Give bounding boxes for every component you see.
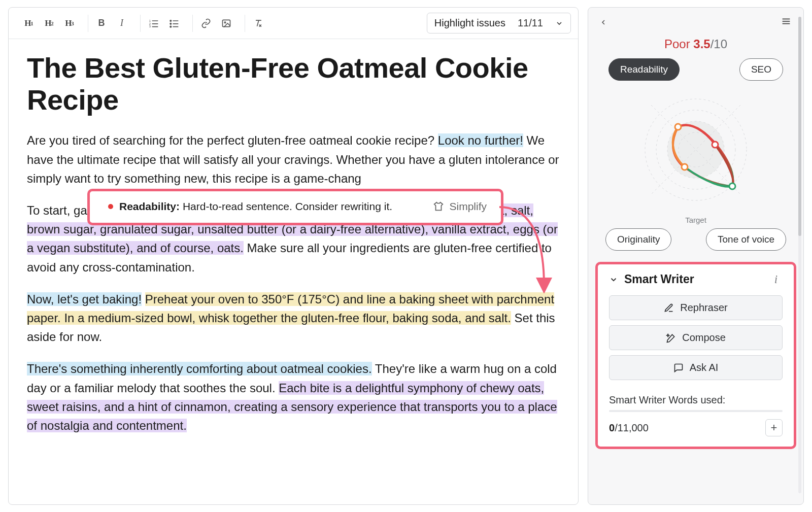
readability-score: Poor 3.5/10	[588, 36, 803, 58]
chip-seo[interactable]: SEO	[739, 58, 783, 81]
svg-point-8	[170, 23, 172, 24]
sidebar-panel: Poor 3.5/10 Readability SEO	[588, 7, 804, 505]
usage-count: 0/11,000	[609, 422, 649, 434]
unordered-list-button[interactable]	[165, 15, 183, 32]
edit-icon	[664, 303, 674, 313]
chevron-down-icon[interactable]	[609, 275, 618, 284]
sidebar-menu-button[interactable]	[778, 15, 794, 31]
editor-pane: H1 H2 H3 B I 123	[8, 7, 579, 505]
svg-point-23	[675, 124, 681, 130]
smart-usage-label: Smart Writer Words used:	[609, 394, 783, 406]
paragraph-1[interactable]: Are you tired of searching for the perfe…	[27, 131, 560, 188]
rephraser-button[interactable]: Rephraser	[609, 295, 783, 320]
paragraph-3[interactable]: Now, let's get baking! Preheat your oven…	[27, 290, 560, 347]
highlight-issues-count: 11/11	[518, 17, 543, 29]
heading-2-button[interactable]: H2	[40, 15, 58, 32]
info-icon[interactable]: i	[769, 273, 783, 286]
add-words-button[interactable]: +	[765, 419, 783, 436]
sidebar-scrollbar[interactable]	[798, 17, 801, 493]
image-button[interactable]	[217, 15, 235, 32]
svg-point-26	[682, 164, 688, 170]
radar-chart	[588, 81, 803, 219]
highlight-blue[interactable]: Look no further!	[438, 133, 523, 147]
compose-button[interactable]: Compose	[609, 325, 783, 350]
svg-point-25	[729, 183, 735, 189]
usage-bar	[609, 410, 783, 412]
chip-tone-of-voice[interactable]: Tone of voice	[706, 228, 786, 251]
callout-label: Readability:	[119, 200, 180, 212]
chip-originality[interactable]: Originality	[605, 228, 671, 251]
svg-point-10	[170, 26, 172, 27]
chip-readability[interactable]: Readability	[608, 58, 680, 81]
editor-toolbar: H1 H2 H3 B I 123	[9, 8, 578, 39]
heading-1-button[interactable]: H1	[20, 15, 38, 32]
sidebar-back-button[interactable]	[595, 15, 612, 31]
bold-button[interactable]: B	[92, 15, 111, 32]
chat-icon	[673, 363, 684, 373]
tshirt-icon	[433, 201, 444, 212]
svg-point-24	[712, 142, 718, 148]
italic-button[interactable]: I	[113, 15, 131, 32]
smart-writer-panel: Smart Writer i Rephraser Compose Ask AI	[595, 262, 796, 449]
ask-ai-button[interactable]: Ask AI	[609, 355, 783, 380]
svg-rect-12	[223, 20, 230, 26]
highlight-issues-dropdown[interactable]: Highlight issues 11/11	[427, 13, 571, 33]
chevron-down-icon	[555, 19, 563, 27]
link-button[interactable]	[197, 15, 215, 32]
ordered-list-button[interactable]: 123	[145, 15, 163, 32]
readability-callout: Readability: Hard-to-read sentence. Cons…	[87, 189, 503, 225]
highlight-blue[interactable]: There's something inherently comforting …	[27, 362, 372, 376]
svg-point-13	[224, 22, 226, 23]
editor-body[interactable]: The Best Gluten-Free Oatmeal Cookie Reci…	[9, 39, 578, 468]
svg-point-6	[170, 20, 172, 21]
issue-dot-icon	[108, 204, 113, 209]
svg-text:3: 3	[149, 25, 151, 28]
highlight-issues-label: Highlight issues	[434, 17, 505, 29]
highlight-blue[interactable]: Now, let's get baking!	[27, 292, 142, 306]
wand-icon	[666, 333, 676, 343]
heading-3-button[interactable]: H3	[60, 15, 79, 32]
radar-target-label: Target	[588, 216, 803, 224]
clear-formatting-button[interactable]	[249, 15, 267, 32]
callout-message: Hard-to-read sentence. Consider rewritin…	[183, 200, 392, 212]
paragraph-4[interactable]: There's something inherently comforting …	[27, 359, 560, 435]
article-title[interactable]: The Best Gluten-Free Oatmeal Cookie Reci…	[27, 52, 560, 116]
smart-writer-title: Smart Writer	[624, 272, 694, 286]
simplify-button[interactable]: Simplify	[433, 200, 487, 213]
